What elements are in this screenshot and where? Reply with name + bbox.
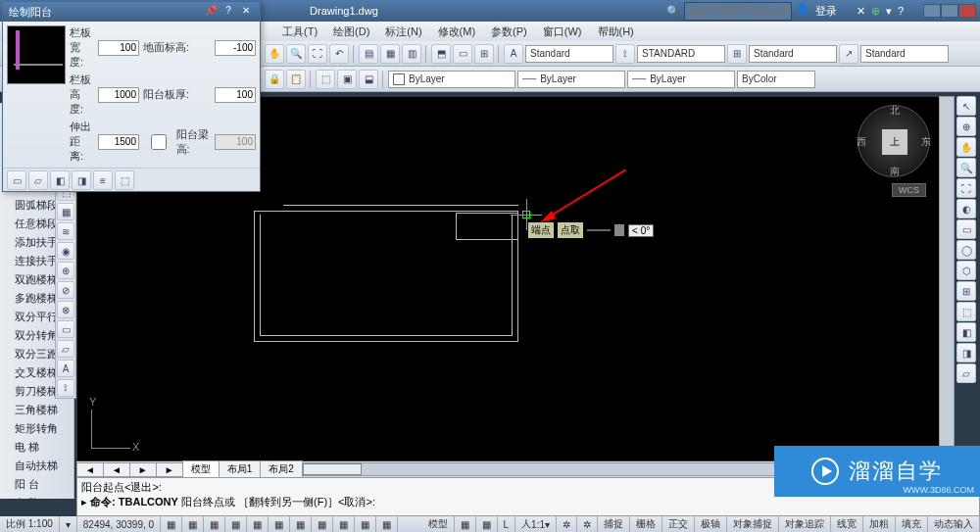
status-ortho-toggle[interactable]: L: [498, 516, 516, 532]
dlg-tool-4[interactable]: ◨: [72, 170, 91, 190]
create-block-icon[interactable]: ▣: [337, 70, 357, 89]
status-btn-4[interactable]: ▦: [225, 516, 247, 532]
param-ytbh-input[interactable]: [215, 87, 256, 103]
menu-modify[interactable]: 修改(M): [430, 24, 484, 39]
mleaderstyle-icon[interactable]: ↗: [839, 44, 858, 64]
edit-block-icon[interactable]: ⬓: [359, 70, 378, 89]
status-btn-7[interactable]: ▦: [290, 516, 312, 532]
vtool-r6[interactable]: ◐: [956, 199, 976, 218]
layer-state-icon[interactable]: 📋: [286, 70, 306, 89]
mleaderstyle-combo[interactable]: Standard: [860, 45, 949, 63]
status-snap-toggle[interactable]: ▦: [476, 516, 498, 532]
tree-item[interactable]: 三角楼梯: [0, 401, 74, 419]
properties-icon[interactable]: ▤: [359, 44, 378, 64]
vtool-l10[interactable]: ⊘: [57, 281, 74, 299]
vtool-l9[interactable]: ⊕: [57, 262, 74, 279]
insert-block-icon[interactable]: ⬚: [316, 70, 335, 89]
param-lbkd-input[interactable]: [98, 40, 139, 56]
status-right-1[interactable]: 栅格: [630, 516, 662, 532]
tab-nav-first[interactable]: ◄: [76, 462, 104, 477]
status-right-8[interactable]: 填充: [896, 516, 928, 532]
vtool-l15[interactable]: ⟟: [57, 379, 74, 397]
vtool-r9[interactable]: ⬡: [956, 261, 976, 280]
param-ytlg-checkbox[interactable]: 阳台梁高:: [143, 127, 211, 157]
login-link[interactable]: 登录: [815, 4, 837, 19]
menu-dimension[interactable]: 标注(N): [377, 24, 429, 39]
tab-nav-last[interactable]: ►: [156, 462, 183, 477]
dlg-tool-3[interactable]: ◧: [50, 170, 70, 190]
lineweight-combo[interactable]: ── ByLayer: [627, 71, 735, 88]
vtool-r12[interactable]: ◧: [956, 322, 976, 342]
status-btn-1[interactable]: ▦: [161, 516, 182, 532]
menu-tools[interactable]: 工具(T): [274, 24, 325, 39]
status-right-3[interactable]: 极轴: [695, 516, 727, 532]
annotation-scale[interactable]: 人 1:1 ▾: [515, 516, 557, 532]
textstyle-icon[interactable]: A: [504, 44, 523, 64]
vtool-r11[interactable]: ⬚: [956, 302, 976, 321]
exchange-icon[interactable]: ✕: [857, 5, 865, 18]
status-right-0[interactable]: 捕捉: [598, 516, 630, 532]
tab-nav-next[interactable]: ►: [129, 462, 157, 477]
vertical-scrollbar[interactable]: [939, 96, 955, 461]
tab-model[interactable]: 模型: [182, 460, 220, 478]
layer-color-combo[interactable]: ByLayer: [388, 71, 515, 88]
maximize-button[interactable]: [941, 4, 958, 18]
vtool-l13[interactable]: ▱: [57, 340, 74, 358]
scale-label[interactable]: 比例 1:100: [0, 516, 60, 532]
status-btn-3[interactable]: ▦: [204, 516, 225, 532]
status-right-6[interactable]: 线宽: [831, 516, 863, 532]
dlg-tool-1[interactable]: ▭: [7, 170, 26, 190]
dimstyle-icon[interactable]: ⟟: [615, 44, 635, 64]
dyn-angle-cell[interactable]: < 0°: [628, 224, 654, 237]
status-right-7[interactable]: 加粗: [863, 516, 896, 532]
dyn-distance-cell[interactable]: [587, 229, 611, 231]
dialog-help-icon[interactable]: ?: [220, 5, 236, 19]
vtool-l11[interactable]: ⊗: [57, 301, 74, 318]
vtool-r1[interactable]: ↖: [956, 96, 976, 116]
status-grid-toggle[interactable]: ▦: [455, 516, 476, 532]
vtool-r7[interactable]: ▭: [956, 219, 976, 239]
help-search-input[interactable]: [684, 2, 792, 21]
status-triangle-icon[interactable]: ▾: [60, 516, 77, 532]
param-lbgd-input[interactable]: [98, 87, 139, 103]
tablestyle-combo[interactable]: Standard: [749, 45, 837, 63]
xref-icon[interactable]: ⬒: [431, 44, 451, 64]
menu-parametric[interactable]: 参数(P): [483, 24, 535, 39]
status-right-9[interactable]: 动态输入: [928, 516, 980, 532]
status-btn-5[interactable]: ▦: [247, 516, 269, 532]
close-button[interactable]: [958, 4, 976, 18]
tree-item[interactable]: 电 梯: [0, 438, 74, 457]
vtool-r2[interactable]: ⊕: [956, 117, 976, 136]
vtool-r10[interactable]: ⊞: [956, 281, 976, 301]
status-btn-8[interactable]: ▦: [312, 516, 333, 532]
param-dmbg-input[interactable]: [215, 40, 256, 56]
status-btn-9[interactable]: ▦: [333, 516, 355, 532]
globe-icon[interactable]: ⊕: [871, 5, 880, 18]
status-model-toggle[interactable]: 模型: [422, 516, 455, 532]
param-scjl-input[interactable]: [98, 134, 139, 150]
anno-vis-icon[interactable]: ✲: [557, 516, 577, 532]
vtool-r8[interactable]: ◯: [956, 240, 976, 260]
block-icon[interactable]: ▭: [453, 44, 472, 64]
status-btn-6[interactable]: ▦: [269, 516, 290, 532]
vtool-r13[interactable]: ◨: [956, 343, 976, 363]
tool-palettes-icon[interactable]: ▥: [402, 44, 421, 64]
vtool-r14[interactable]: ▱: [956, 363, 976, 383]
sheet-set-icon[interactable]: ▦: [380, 44, 400, 64]
dialog-close-icon[interactable]: ✕: [238, 5, 254, 19]
tree-item[interactable]: 台 阶: [0, 494, 74, 499]
dlg-tool-2[interactable]: ▱: [28, 170, 48, 190]
menu-help[interactable]: 帮助(H): [590, 24, 642, 39]
status-btn-2[interactable]: ▦: [182, 516, 204, 532]
vtool-r5[interactable]: ⛶: [956, 178, 976, 198]
status-btn-11[interactable]: ▦: [376, 516, 398, 532]
dlg-tool-6[interactable]: ⬚: [115, 170, 134, 190]
tablestyle-icon[interactable]: ⊞: [727, 44, 747, 64]
wcs-badge[interactable]: WCS: [892, 183, 926, 197]
textstyle-combo[interactable]: Standard: [525, 45, 613, 63]
vtool-r4[interactable]: 🔍: [956, 158, 976, 177]
tab-layout2[interactable]: 布局2: [260, 460, 303, 478]
vtool-l7[interactable]: ≋: [57, 222, 74, 240]
pan-icon[interactable]: ✋: [265, 44, 284, 64]
help-icon[interactable]: ?: [898, 5, 904, 17]
